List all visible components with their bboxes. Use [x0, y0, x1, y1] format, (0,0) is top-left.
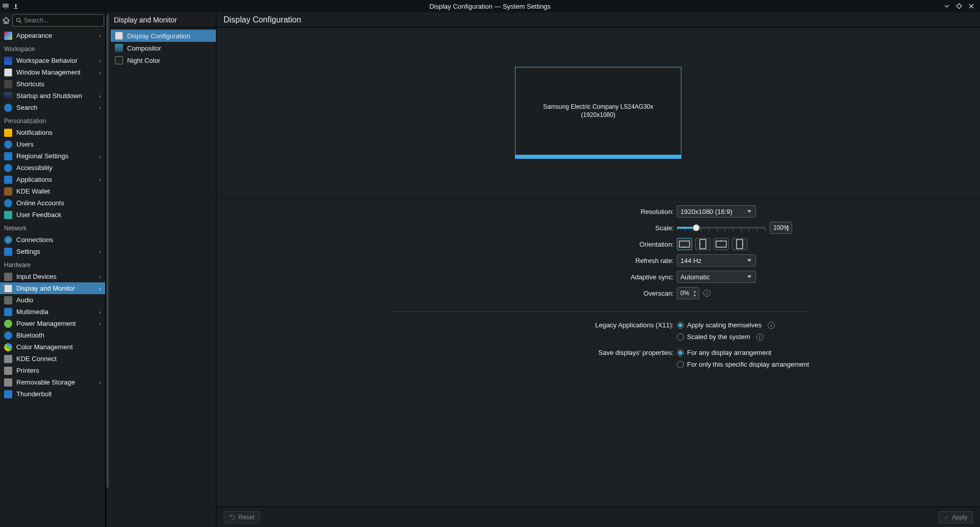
sidebar-item-label: Shortcuts [16, 80, 101, 88]
sidebar-item-label: Regional Settings [16, 152, 95, 160]
radio-legacy-system[interactable] [677, 333, 684, 341]
sidebar-item-user-feedback[interactable]: User Feedback [0, 209, 105, 221]
scale-slider[interactable] [677, 223, 766, 233]
sidebar-item-icon [4, 92, 12, 100]
svg-rect-6 [683, 247, 685, 248]
search-input-wrapper[interactable] [12, 14, 104, 27]
sidebar-item-input-devices[interactable]: Input Devices› [0, 271, 105, 282]
display-arrangement-preview[interactable]: Samsung Electric Company LS24AG30x (1920… [216, 28, 980, 198]
sidebar-item-display-and-monitor[interactable]: Display and Monitor› [0, 282, 105, 294]
sidebar-item-startup-and-shutdown[interactable]: Startup and Shutdown› [0, 90, 105, 102]
titlebar-app-icon [2, 3, 9, 10]
sidebar-item-icon [4, 378, 12, 387]
overscan-spinbox[interactable]: 0% ▲▼ [677, 287, 699, 299]
svg-rect-1 [5, 8, 7, 9]
svg-rect-8 [699, 243, 700, 245]
home-button[interactable] [2, 14, 10, 27]
orientation-landscape-button[interactable] [677, 238, 692, 250]
chevron-right-icon: › [99, 105, 101, 111]
radio-save-specific[interactable] [677, 361, 684, 368]
sidebar-item-label: Display and Monitor [16, 284, 95, 292]
sidebar-item-label: Audio [16, 296, 101, 304]
page-title: Display Configuration [216, 12, 980, 28]
spin-up-icon[interactable]: ▲ [692, 290, 697, 293]
svg-line-4 [20, 21, 21, 23]
chevron-right-icon: › [99, 274, 101, 280]
radio-save-specific-label: For only this specific display arrangeme… [687, 361, 809, 368]
sidebar-item-icon [4, 273, 12, 281]
sidebar-item-label: Startup and Shutdown [16, 92, 95, 100]
sidebar-item-shortcuts[interactable]: Shortcuts [0, 78, 105, 90]
sidebar-item-search[interactable]: Search› [0, 102, 105, 113]
sidebar-item-window-management[interactable]: Window Management› [0, 66, 105, 78]
sidebar-item-power-management[interactable]: Power Management› [0, 318, 105, 329]
reset-button[interactable]: Reset [224, 511, 260, 523]
sidebar-item-thunderbolt[interactable]: Thunderbolt [0, 388, 105, 400]
monitor-box[interactable]: Samsung Electric Company LS24AG30x (1920… [515, 67, 681, 159]
sidebar-item-appearance[interactable]: Appearance› [0, 30, 105, 41]
sidebar-item-workspace-behavior[interactable]: Workspace Behavior› [0, 55, 105, 66]
spin-down-icon[interactable]: ▼ [692, 294, 697, 297]
scale-spinbox[interactable]: 100% ▲▼ [770, 222, 792, 234]
sidebar-item-multimedia[interactable]: Multimedia› [0, 306, 105, 318]
sidebar-item-connections[interactable]: Connections [0, 234, 105, 246]
refresh-rate-select[interactable]: 144 Hz [677, 254, 756, 267]
sidebar-item-removable-storage[interactable]: Removable Storage› [0, 376, 105, 388]
spin-down-icon[interactable]: ▼ [785, 228, 790, 232]
sidebar-item-label: Search [16, 104, 95, 111]
spin-up-icon[interactable]: ▲ [785, 224, 790, 228]
subcategory-item-display-configuration[interactable]: Display Configuration [111, 30, 216, 42]
orientation-portrait-left-button[interactable] [695, 238, 710, 250]
subcategory-item-night-color[interactable]: Night Color [111, 54, 216, 66]
monitor-name: Samsung Electric Company LS24AG30x [543, 103, 653, 110]
radio-legacy-self[interactable] [677, 322, 684, 329]
monitor-resolution: (1920x1080) [581, 111, 615, 118]
sidebar-item-label: Applications [16, 176, 95, 183]
sidebar-item-icon [4, 32, 12, 40]
label-adaptive-sync: Adaptive sync: [216, 273, 677, 281]
svg-rect-5 [679, 241, 690, 247]
sidebar-item-regional-settings[interactable]: Regional Settings› [0, 150, 105, 162]
sidebar-item-users[interactable]: Users [0, 138, 105, 150]
sidebar-item-icon [4, 248, 12, 256]
info-icon[interactable]: i [756, 333, 764, 341]
resolution-select[interactable]: 1920x1080 (16:9) [677, 205, 756, 218]
sidebar-item-color-management[interactable]: Color Management [0, 341, 105, 353]
svg-rect-2 [14, 8, 18, 9]
sidebar-item-icon [4, 211, 12, 219]
apply-button[interactable]: ✓ Apply [938, 511, 973, 523]
sidebar-item-bluetooth[interactable]: Bluetooth [0, 329, 105, 341]
sidebar-item-icon [4, 104, 12, 112]
maximize-icon[interactable] [955, 3, 963, 10]
keep-above-icon[interactable] [12, 3, 19, 10]
sidebar-item-icon [4, 152, 12, 160]
sidebar-item-kde-connect[interactable]: KDE Connect [0, 353, 105, 365]
sidebar-item-icon [4, 199, 12, 207]
sidebar-item-icon [4, 390, 12, 398]
sidebar-item-kde-wallet[interactable]: KDE Wallet [0, 185, 105, 197]
subcategory-item-compositor[interactable]: Compositor [111, 42, 216, 54]
sidebar-item-online-accounts[interactable]: Online Accounts [0, 197, 105, 209]
subcategory-title: Display and Monitor [109, 12, 216, 28]
orientation-landscape-flipped-button[interactable] [714, 238, 729, 250]
sidebar-item-label: Accessibility [16, 164, 101, 172]
sidebar-item-applications[interactable]: Applications› [0, 174, 105, 185]
adaptive-sync-select[interactable]: Automatic [677, 271, 756, 283]
chevron-right-icon: › [99, 321, 101, 327]
sidebar-item-printers[interactable]: Printers [0, 365, 105, 376]
sidebar-item-accessibility[interactable]: Accessibility [0, 162, 105, 174]
search-input[interactable] [24, 17, 101, 24]
info-icon[interactable]: i [768, 322, 775, 329]
sidebar-item-icon [4, 355, 12, 363]
radio-save-any[interactable] [677, 349, 684, 356]
close-icon[interactable] [968, 3, 975, 10]
sidebar-item-notifications[interactable]: Notifications [0, 127, 105, 138]
info-icon[interactable]: i [703, 290, 710, 297]
sidebar-item-icon [4, 176, 12, 184]
sidebar-item-audio[interactable]: Audio [0, 294, 105, 306]
label-save-displays: Save displays' properties: [216, 349, 677, 356]
sidebar-item-settings[interactable]: Settings› [0, 246, 105, 257]
subcategory-panel: Display and Monitor Display Configuratio… [109, 12, 216, 527]
minimize-icon[interactable] [943, 3, 950, 10]
orientation-portrait-right-button[interactable] [732, 238, 747, 250]
